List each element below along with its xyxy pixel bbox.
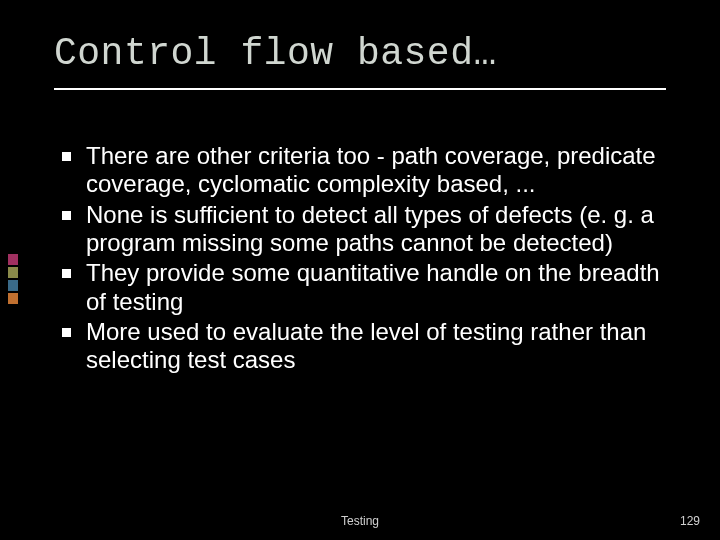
list-item: They provide some quantitative handle on… — [60, 259, 660, 316]
accent-stripe — [8, 293, 18, 304]
accent-stripe — [8, 280, 18, 291]
accent-bar — [8, 254, 18, 306]
accent-stripe — [8, 267, 18, 278]
accent-stripe — [8, 254, 18, 265]
slide-title: Control flow based… — [54, 32, 497, 75]
list-item: More used to evaluate the level of testi… — [60, 318, 660, 375]
content-area: There are other criteria too - path cove… — [60, 142, 660, 377]
footer-label: Testing — [0, 514, 720, 528]
page-number: 129 — [680, 514, 700, 528]
list-item: There are other criteria too - path cove… — [60, 142, 660, 199]
list-item: None is sufficient to detect all types o… — [60, 201, 660, 258]
slide: Control flow based… There are other crit… — [0, 0, 720, 540]
bullet-list: There are other criteria too - path cove… — [60, 142, 660, 375]
title-underline — [54, 88, 666, 90]
